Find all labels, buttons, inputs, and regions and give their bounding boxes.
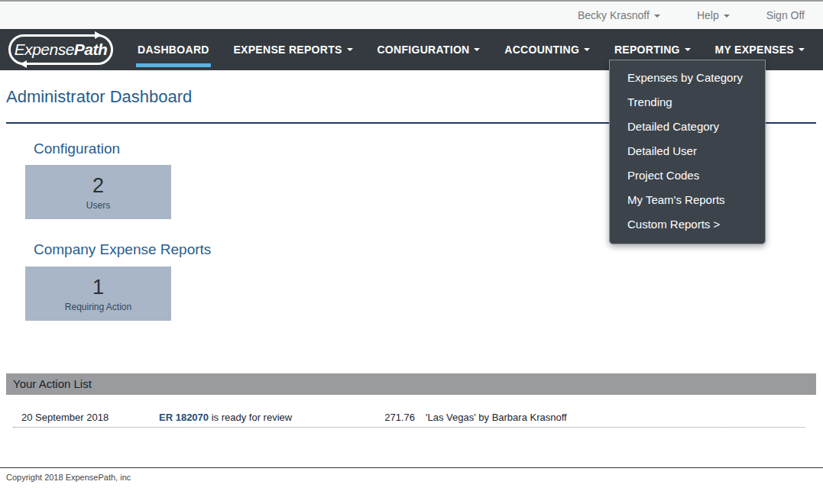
user-menu-label: Becky Krasnoff (578, 9, 650, 21)
action-list-header: Your Action List (6, 373, 816, 395)
caret-down-icon (654, 15, 660, 18)
utility-bar: Becky Krasnoff Help Sign Off (0, 0, 823, 29)
nav-tab-expense-reports[interactable]: EXPENSE REPORTS (232, 29, 354, 70)
caret-down-icon (474, 48, 480, 51)
section-heading-company-expense-reports: Company Expense Reports (34, 241, 211, 258)
stat-label-users: Users (86, 200, 110, 211)
logo-text-expense: Expense (15, 40, 74, 59)
menu-item-expenses-by-category[interactable]: Expenses by Category (610, 66, 765, 90)
stat-box-users[interactable]: 2 Users (25, 165, 171, 219)
action-list-row: 20 September 2018 ER 182070 is ready for… (0, 405, 823, 428)
user-menu[interactable]: Becky Krasnoff (578, 9, 660, 21)
action-row-status-text: is ready for review (209, 412, 292, 423)
nav-tab-dashboard-label: DASHBOARD (138, 44, 209, 56)
stat-value-requiring-action: 1 (92, 276, 104, 299)
stat-value-users: 2 (92, 174, 104, 197)
footer-divider (0, 467, 823, 468)
menu-item-my-teams-reports[interactable]: My Team's Reports (610, 188, 765, 212)
stat-box-requiring-action[interactable]: 1 Requiring Action (25, 267, 171, 321)
menu-item-trending[interactable]: Trending (610, 90, 765, 115)
expense-report-link[interactable]: ER 182070 (159, 412, 209, 423)
stat-label-requiring-action: Requiring Action (65, 302, 131, 312)
action-row-amount: 271.76 (358, 412, 415, 423)
logo-arrow-right-icon (95, 31, 102, 39)
nav-tab-configuration[interactable]: CONFIGURATION (375, 29, 481, 70)
caret-down-icon (347, 48, 353, 51)
section-heading-configuration: Configuration (34, 141, 120, 157)
caret-down-icon (584, 48, 590, 51)
caret-down-icon (724, 15, 730, 18)
help-menu-label: Help (697, 9, 719, 21)
nav-tab-accounting[interactable]: ACCOUNTING (503, 29, 591, 70)
logo-arrow-left-icon (20, 60, 27, 68)
nav-tab-expense-reports-label: EXPENSE REPORTS (233, 44, 342, 56)
menu-item-detailed-user[interactable]: Detailed User (610, 139, 765, 163)
menu-item-detailed-category[interactable]: Detailed Category (610, 115, 765, 139)
help-menu[interactable]: Help (697, 9, 730, 21)
reporting-dropdown-menu: Expenses by Category Trending Detailed C… (609, 60, 766, 244)
expensepath-logo[interactable]: ExpensePath (8, 34, 113, 65)
nav-tab-dashboard[interactable]: DASHBOARD (136, 29, 211, 70)
nav-tab-reporting-label: REPORTING (614, 44, 680, 56)
nav-tab-my-expenses-label: MY EXPENSES (715, 44, 794, 56)
caret-down-icon (799, 48, 805, 51)
logo-text-path: Path (74, 40, 108, 59)
action-row-date: 20 September 2018 (21, 412, 109, 423)
action-row-note: 'Las Vegas' by Barbara Krasnoff (426, 412, 567, 423)
page-title: Administrator Dashboard (6, 87, 192, 107)
nav-tab-configuration-label: CONFIGURATION (377, 44, 469, 56)
action-row-divider (13, 427, 805, 428)
footer-copyright: Copyright 2018 ExpensePath, inc (6, 473, 131, 482)
action-row-description: ER 182070 is ready for review (159, 412, 292, 423)
nav-tab-accounting-label: ACCOUNTING (504, 44, 579, 56)
menu-item-project-codes[interactable]: Project Codes (610, 163, 765, 188)
menu-item-custom-reports[interactable]: Custom Reports > (610, 212, 765, 237)
sign-off-link[interactable]: Sign Off (766, 9, 805, 21)
caret-down-icon (685, 48, 691, 51)
